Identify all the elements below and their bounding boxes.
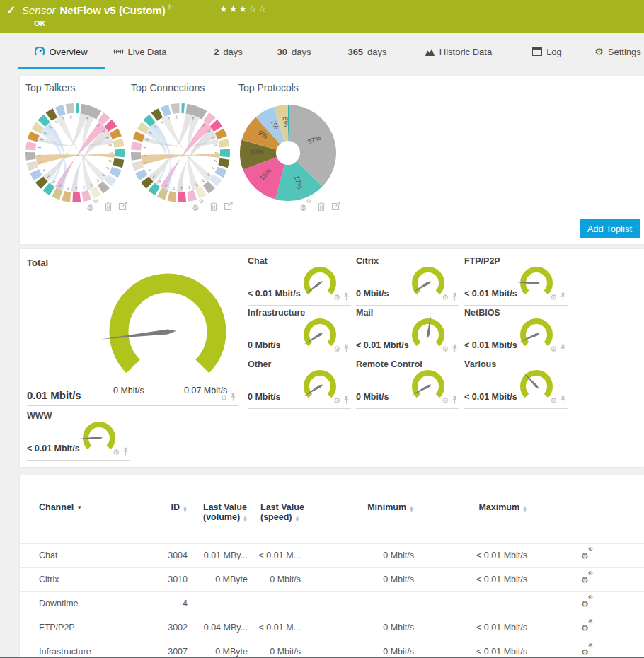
gear-icon[interactable]: ⚙ (333, 345, 340, 353)
cell-maximum: < 0.01 Mbit/s (476, 647, 527, 657)
pin-icon[interactable] (122, 446, 129, 458)
flag-icon: ⚐ (168, 4, 174, 11)
trash-icon[interactable] (209, 202, 218, 211)
trash-icon[interactable] (317, 202, 326, 211)
svg-text:2: 2 (213, 159, 218, 162)
chart-icon (425, 47, 435, 57)
gear-icon[interactable]: ⚙ (550, 397, 557, 405)
priority-stars[interactable]: ★★★☆☆ (219, 4, 268, 14)
pie-chart-top-protocols[interactable]: 37%17%15%10%9%7%5% (238, 103, 338, 202)
cell-last-value-speed: < 0.01 M... (259, 623, 301, 633)
gauge-title: Mail (356, 308, 373, 318)
tab-overview[interactable]: Overview (18, 39, 105, 64)
divider (238, 214, 340, 214)
channel-settings-icon[interactable]: ⚙⚙ (581, 621, 593, 633)
column-header-maximum[interactable]: Maximum▲▼ (478, 502, 527, 512)
gear-icon[interactable]: ⚙ (333, 397, 340, 405)
cell-channel: Downtime (39, 599, 79, 608)
pin-icon[interactable] (452, 291, 458, 304)
chord-chart-top-connections[interactable]: 522222222222222211111111122 (131, 103, 230, 202)
cell-channel: FTP/P2P (39, 623, 75, 633)
channel-settings-icon[interactable]: ⚙⚙ (581, 597, 593, 609)
cell-last-value-speed: 0 Mbit/s (270, 575, 301, 584)
pin-icon[interactable] (343, 342, 350, 355)
gauge-cell: FTP/P2P < 0.01 Mbit/s ⚙ (464, 255, 568, 306)
column-header-channel[interactable]: Channel▼ (39, 502, 82, 512)
trash-icon[interactable] (104, 202, 113, 211)
tab-live-data[interactable]: Live Data (106, 39, 173, 64)
gear-icon[interactable]: ⚙ (550, 294, 557, 301)
open-external-icon[interactable] (331, 202, 340, 211)
svg-text:2: 2 (108, 144, 113, 146)
tab-2-days-number: 2 (214, 47, 219, 57)
toplist-panel-talkers: Top Talkers 522222222222222211111111122 … (25, 82, 130, 211)
gauge-title: Other (248, 359, 271, 369)
pin-icon[interactable] (452, 342, 458, 355)
cell-last-value-volume: 0 MByte (215, 647, 248, 657)
tab-2-days[interactable]: 2 days (209, 39, 248, 64)
tab-historic-data-label: Historic Data (439, 47, 492, 57)
cell-id: 3004 (168, 550, 188, 560)
tab-settings[interactable]: ⚙ Settings (593, 39, 643, 64)
tab-log-label: Log (546, 47, 562, 57)
pin-icon[interactable] (230, 391, 236, 404)
pin-icon[interactable] (452, 394, 458, 407)
sort-arrows-icon: ▲▼ (409, 505, 414, 512)
gear-icon[interactable]: ⚙ (333, 294, 340, 301)
open-external-icon[interactable] (224, 202, 233, 211)
gear-icon[interactable]: ⚙ (113, 449, 120, 456)
gear-icon[interactable]: ⚙ (220, 394, 227, 402)
column-header-id[interactable]: ID▲▼ (171, 502, 188, 512)
gauge-cell: Various < 0.01 Mbit/s ⚙ (464, 358, 568, 409)
toplist-settings-icon[interactable]: ⚙⚙ (192, 201, 204, 211)
column-header-minimum[interactable]: Minimum▲▼ (367, 502, 414, 512)
tab-log[interactable]: Log (527, 39, 568, 64)
gear-icon[interactable]: ⚙ (550, 345, 557, 353)
column-header-last-value-volume[interactable]: Last Value(volume)▲▼ (203, 502, 248, 522)
divider (131, 214, 233, 214)
table-row: Downtime -4 ⚙⚙ (20, 591, 644, 616)
svg-text:2: 2 (167, 116, 171, 121)
svg-text:2: 2 (105, 166, 110, 170)
gear-icon[interactable]: ⚙ (442, 345, 449, 353)
toplist-settings-icon[interactable]: ⚙⚙ (86, 201, 98, 211)
pin-icon[interactable] (560, 394, 566, 407)
table-row: Citrix 3010 0 MByte 0 Mbit/s 0 Mbit/s < … (20, 567, 644, 591)
active-tab-underline (18, 67, 105, 69)
gauge-value: < 0.01 Mbit/s (27, 444, 80, 454)
channel-table: Channel▼ ID▲▼ Last Value(volume)▲▼ Last … (20, 475, 644, 658)
gauge-title: Various (464, 359, 496, 369)
add-toplist-button[interactable]: Add Toplist (580, 219, 640, 238)
pin-icon[interactable] (560, 291, 566, 304)
svg-text:1: 1 (142, 146, 146, 149)
pin-icon[interactable] (343, 291, 350, 304)
pin-icon[interactable] (343, 394, 350, 407)
cell-minimum: 0 Mbit/s (383, 550, 414, 560)
channel-settings-icon[interactable]: ⚙⚙ (581, 549, 593, 561)
channel-settings-icon[interactable]: ⚙⚙ (581, 573, 593, 585)
tab-30-days[interactable]: 30 days (271, 39, 317, 64)
svg-text:2: 2 (188, 185, 190, 190)
pin-icon[interactable] (560, 342, 566, 355)
cell-id: -4 (180, 599, 188, 608)
cell-maximum: < 0.01 Mbit/s (476, 550, 527, 560)
tab-365-days[interactable]: 365 days (342, 39, 393, 64)
gauge-value: < 0.01 Mbit/s (464, 289, 517, 299)
sort-caret-icon: ▼ (76, 504, 82, 511)
gauge-cell-total: Total 0 Mbit/s 0.07 Mbit/s 0.01 Mbit/s ⚙ (27, 256, 238, 406)
cell-maximum: < 0.01 Mbit/s (476, 575, 527, 584)
svg-text:2: 2 (108, 159, 113, 162)
column-header-last-value-speed[interactable]: Last Value(speed)▲▼ (260, 502, 304, 522)
cell-last-value-speed: < 0.01 M... (259, 550, 301, 560)
open-external-icon[interactable] (118, 202, 127, 211)
svg-text:2: 2 (211, 166, 216, 170)
svg-text:2: 2 (67, 186, 70, 190)
gear-icon[interactable]: ⚙ (442, 294, 449, 301)
tab-historic-data[interactable]: Historic Data (421, 39, 495, 64)
channel-settings-icon[interactable]: ⚙⚙ (581, 645, 593, 657)
chord-chart-top-talkers[interactable]: 522222222222222211111111122 (25, 103, 125, 202)
svg-text:2: 2 (180, 187, 183, 191)
gauge-cell: Citrix 0 Mbit/s ⚙ (356, 255, 459, 306)
toplist-settings-icon[interactable]: ⚙⚙ (299, 201, 311, 211)
gear-icon[interactable]: ⚙ (442, 397, 449, 405)
